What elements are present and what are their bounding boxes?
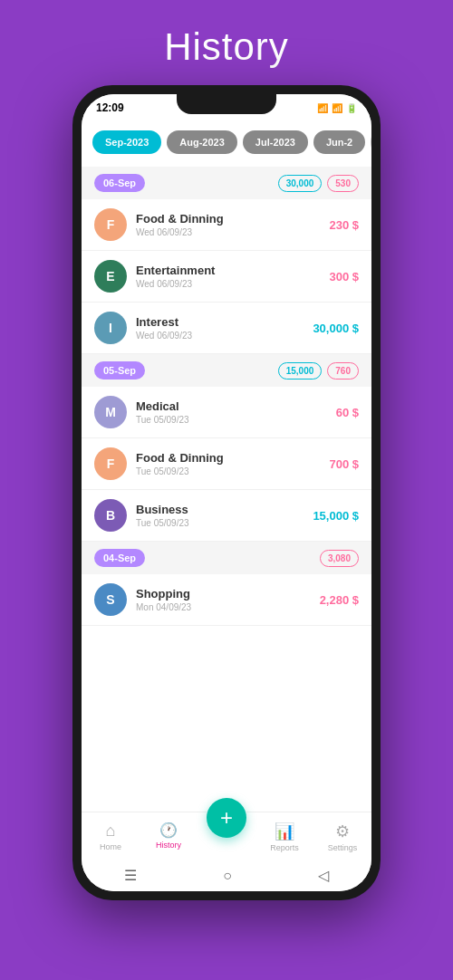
transaction-name: Medical (136, 399, 336, 413)
transaction-name: Shopping (136, 587, 320, 600)
transaction-info: Entertainment Wed 06/09/23 (136, 264, 329, 289)
notch (177, 94, 276, 114)
android-menu-icon[interactable]: ☰ (124, 867, 137, 884)
transaction-info: Interest Wed 06/09/23 (136, 315, 313, 341)
avatar-food: F (94, 447, 127, 480)
nav-item-reports[interactable]: 📊 Reports (255, 818, 313, 856)
transaction-business-0509[interactable]: B Business Tue 05/09/23 15,000 $ (82, 490, 371, 542)
expense-total-04sep: 3,080 (320, 550, 359, 567)
transaction-info: Medical Tue 05/09/23 (136, 399, 336, 425)
avatar-medical: M (94, 396, 127, 428)
transaction-info: Food & Dinning Tue 05/09/23 (136, 451, 329, 476)
avatar-business: B (94, 499, 127, 532)
battery-icon: 🔋 (346, 103, 357, 113)
expense-total-05sep: 760 (327, 362, 359, 380)
date-totals-06sep: 30,000 530 (278, 175, 359, 192)
bottom-nav: ⌂ Home 🕐 History + 📊 Reports ⚙ Settings (82, 812, 371, 860)
date-badge-04sep: 04-Sep (94, 549, 145, 567)
transaction-name: Interest (136, 315, 313, 329)
transaction-info: Shopping Mon 04/09/23 (136, 587, 320, 612)
date-totals-04sep: 3,080 (320, 550, 359, 567)
android-nav: ☰ ○ ◁ (82, 860, 371, 891)
transactions-list: 06-Sep 30,000 530 F Food & Dinning Wed 0… (82, 167, 371, 812)
transaction-name: Entertainment (136, 264, 329, 277)
transaction-shopping-0409[interactable]: S Shopping Mon 04/09/23 2,280 $ (82, 574, 371, 626)
transaction-interest-0609[interactable]: I Interest Wed 06/09/23 30,000 $ (82, 303, 371, 354)
date-totals-05sep: 15,000 760 (278, 362, 359, 380)
reports-icon: 📊 (275, 821, 294, 841)
transaction-amount: 2,280 $ (320, 593, 359, 607)
transaction-date: Mon 04/09/23 (136, 602, 320, 612)
nav-label-settings: Settings (328, 843, 358, 852)
date-header-04sep: 04-Sep 3,080 (82, 542, 371, 574)
transaction-medical-0509[interactable]: M Medical Tue 05/09/23 60 $ (82, 387, 371, 438)
android-home-icon[interactable]: ○ (223, 868, 232, 884)
avatar-interest: I (94, 312, 127, 344)
avatar-entertainment: E (94, 260, 127, 293)
nav-label-history: History (156, 841, 181, 850)
phone-frame: 12:09 📶 📶 🔋 Sep-2023 Aug-2023 Jul-2023 J… (72, 85, 381, 900)
transaction-date: Tue 05/09/23 (136, 466, 329, 476)
page-title: History (164, 25, 289, 69)
income-total-06sep: 30,000 (278, 175, 323, 192)
expense-total-06sep: 530 (327, 175, 359, 192)
nav-label-reports: Reports (270, 843, 299, 852)
nav-item-history[interactable]: 🕐 History (140, 818, 198, 856)
transaction-amount: 700 $ (329, 457, 359, 471)
transaction-name: Food & Dinning (136, 451, 329, 465)
month-tab-jul2023[interactable]: Jul-2023 (243, 130, 308, 154)
date-badge-05sep: 05-Sep (94, 361, 145, 380)
android-back-icon[interactable]: ◁ (318, 867, 329, 884)
date-header-05sep: 05-Sep 15,000 760 (82, 354, 371, 387)
home-icon: ⌂ (106, 821, 116, 841)
transaction-info: Food & Dinning Wed 06/09/23 (136, 212, 329, 237)
transaction-name: Food & Dinning (136, 212, 329, 226)
transaction-date: Tue 05/09/23 (136, 415, 336, 425)
fab-add-button[interactable]: + (207, 798, 246, 838)
transaction-entertainment-0609[interactable]: E Entertainment Wed 06/09/23 300 $ (82, 251, 371, 303)
transaction-info: Business Tue 05/09/23 (136, 503, 313, 528)
transaction-food-dinning-0509[interactable]: F Food & Dinning Tue 05/09/23 700 $ (82, 438, 371, 490)
nav-label-home: Home (100, 842, 121, 851)
month-tab-jun2023[interactable]: Jun-2 (313, 130, 365, 154)
month-tab-sep2023[interactable]: Sep-2023 (92, 130, 161, 154)
nav-item-settings[interactable]: ⚙ Settings (313, 818, 371, 856)
transaction-amount: 30,000 $ (313, 322, 359, 335)
transaction-name: Business (136, 503, 313, 516)
phone-screen: 12:09 📶 📶 🔋 Sep-2023 Aug-2023 Jul-2023 J… (82, 94, 371, 891)
status-icons: 📶 📶 🔋 (317, 103, 357, 113)
nav-item-fab-placeholder: + (198, 818, 255, 856)
avatar-shopping: S (94, 583, 127, 616)
month-tab-aug2023[interactable]: Aug-2023 (167, 130, 237, 154)
date-badge-06sep: 06-Sep (94, 174, 145, 192)
nav-item-home[interactable]: ⌂ Home (82, 818, 140, 856)
transaction-food-dinning-0609[interactable]: F Food & Dinning Wed 06/09/23 230 $ (82, 199, 371, 251)
transaction-date: Wed 06/09/23 (136, 331, 313, 341)
month-tabs: Sep-2023 Aug-2023 Jul-2023 Jun-2 🔍 (82, 118, 371, 167)
date-header-06sep: 06-Sep 30,000 530 (82, 167, 371, 199)
avatar-food: F (94, 208, 127, 241)
wifi-icon: 📶 (317, 103, 328, 113)
transaction-amount: 60 $ (336, 406, 359, 419)
transaction-date: Wed 06/09/23 (136, 227, 329, 237)
transaction-amount: 300 $ (329, 270, 359, 283)
status-time: 12:09 (96, 101, 124, 114)
history-icon: 🕐 (159, 821, 178, 839)
transaction-amount: 15,000 $ (313, 509, 359, 523)
income-total-05sep: 15,000 (278, 362, 323, 380)
transaction-date: Wed 06/09/23 (136, 279, 329, 289)
settings-icon: ⚙ (335, 821, 350, 841)
signal-icon: 📶 (332, 103, 342, 113)
transaction-amount: 230 $ (329, 218, 359, 232)
transaction-date: Tue 05/09/23 (136, 518, 313, 528)
search-button[interactable]: 🔍 (371, 127, 371, 158)
